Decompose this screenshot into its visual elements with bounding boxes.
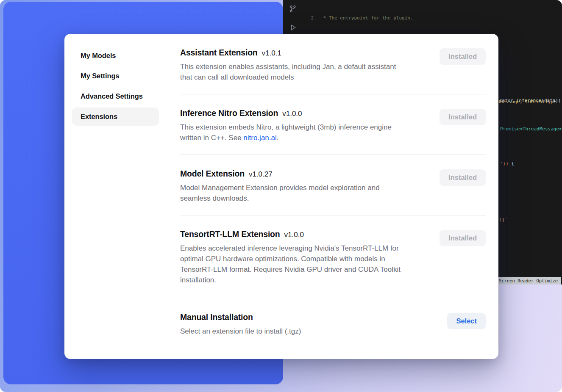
nitro-link[interactable]: nitro.jan.ai [243,134,276,142]
extension-version: v1.0.0 [282,110,302,118]
extension-description: This extension enables assistants, inclu… [180,61,396,83]
extension-description: Enables accelerated inference leveraging… [180,243,401,285]
extension-version: v1.0.27 [249,170,273,179]
installed-button: Installed [440,169,486,186]
sidebar-item-my-settings[interactable]: My Settings [72,67,159,85]
select-file-button[interactable]: Select [447,313,486,329]
installed-button: Installed [440,48,486,65]
code-fragment: Promise<ThreadMessage> [500,126,562,133]
extension-name: Model Extension [180,169,245,179]
settings-sidebar: My Models My Settings Advanced Settings … [64,34,165,359]
sidebar-item-extensions[interactable]: Extensions [72,108,159,126]
git-branch-icon [289,5,297,13]
sidebar-item-my-models[interactable]: My Models [72,47,159,65]
extension-tensorrt: TensortRT-LLM Extension v1.0.0 Enables a… [180,215,486,297]
screenshot-frame: 2 * The entrypoint for the plugin. 3 */ … [0,0,562,392]
installed-button: Installed [440,230,486,246]
code-fragment: t}` [499,217,508,224]
manual-installation-title: Manual Installation [180,312,253,322]
code-text: * The entrypoint for the plugin. [320,15,413,22]
extension-description: Model Management Extension provides mode… [180,182,380,204]
extension-nitro: Inference Nitro Extension v1.0.0 This ex… [180,94,486,155]
code-fragment: rator.inference(data)); [499,97,562,105]
run-icon [289,24,297,31]
extension-version: v1.0.0 [284,231,304,239]
line-number: 2 [303,15,314,22]
manual-installation-description: Select an extension file to install (.tg… [180,326,301,337]
extension-name: Assistant Extension [180,48,258,58]
extension-model: Model Extension v1.0.27 Model Management… [180,155,486,215]
extensions-list: Assistant Extension v1.0.1 This extensio… [165,34,498,359]
settings-modal: My Models My Settings Advanced Settings … [64,34,498,359]
sidebar-item-advanced-settings[interactable]: Advanced Settings [72,87,159,105]
manual-installation: Manual Installation Select an extension … [180,297,486,337]
screen-reader-chip: Screen Reader Optimize [495,277,561,285]
installed-button: Installed [440,109,486,125]
extension-description: This extension embeds Nitro, a lightweig… [180,122,392,143]
extension-version: v1.0.1 [262,49,281,58]
code-line: 2 * The entrypoint for the plugin. [303,15,562,22]
extension-assistant: Assistant Extension v1.0.1 This extensio… [180,34,486,94]
code-fragment: ')) { [500,160,514,168]
extension-name: TensortRT-LLM Extension [180,229,280,239]
extension-name: Inference Nitro Extension [180,108,278,118]
